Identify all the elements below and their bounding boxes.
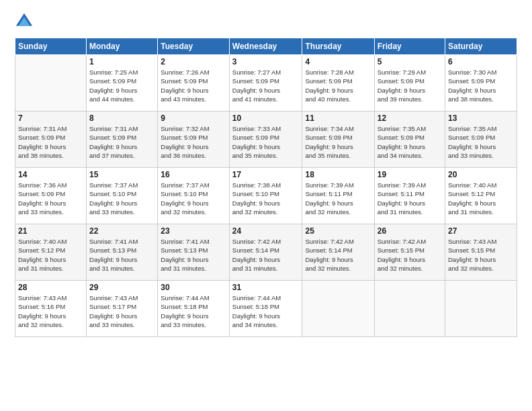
- calendar-cell: 21Sunrise: 7:40 AM Sunset: 5:12 PM Dayli…: [15, 224, 87, 281]
- day-detail: Sunrise: 7:39 AM Sunset: 5:11 PM Dayligh…: [378, 181, 442, 216]
- calendar-cell: 11Sunrise: 7:34 AM Sunset: 5:09 PM Dayli…: [302, 111, 374, 168]
- calendar-cell: 28Sunrise: 7:43 AM Sunset: 5:16 PM Dayli…: [15, 281, 87, 337]
- calendar-week-row: 21Sunrise: 7:40 AM Sunset: 5:12 PM Dayli…: [15, 224, 517, 281]
- day-number: 29: [89, 283, 154, 292]
- day-number: 28: [18, 283, 83, 292]
- day-number: 13: [448, 113, 514, 123]
- day-detail: Sunrise: 7:29 AM Sunset: 5:09 PM Dayligh…: [378, 68, 442, 103]
- calendar-cell: [445, 281, 517, 337]
- calendar-cell: [15, 55, 87, 111]
- day-number: 1: [89, 57, 154, 66]
- calendar-cell: 10Sunrise: 7:33 AM Sunset: 5:09 PM Dayli…: [229, 111, 302, 168]
- day-number: 16: [161, 170, 226, 179]
- day-detail: Sunrise: 7:42 AM Sunset: 5:15 PM Dayligh…: [378, 237, 442, 273]
- day-detail: Sunrise: 7:37 AM Sunset: 5:10 PM Dayligh…: [89, 181, 154, 216]
- day-detail: Sunrise: 7:43 AM Sunset: 5:16 PM Dayligh…: [18, 293, 83, 329]
- day-number: 2: [161, 57, 226, 66]
- calendar-cell: 17Sunrise: 7:38 AM Sunset: 5:10 PM Dayli…: [229, 168, 302, 224]
- weekday-header-row: SundayMondayTuesdayWednesdayThursdayFrid…: [15, 38, 517, 55]
- day-detail: Sunrise: 7:28 AM Sunset: 5:09 PM Dayligh…: [305, 68, 371, 103]
- day-number: 19: [378, 170, 442, 179]
- day-detail: Sunrise: 7:34 AM Sunset: 5:09 PM Dayligh…: [305, 124, 371, 160]
- day-number: 7: [18, 113, 83, 123]
- day-number: 4: [305, 57, 371, 66]
- calendar-week-row: 14Sunrise: 7:36 AM Sunset: 5:09 PM Dayli…: [15, 168, 517, 224]
- calendar-cell: 25Sunrise: 7:42 AM Sunset: 5:14 PM Dayli…: [302, 224, 374, 281]
- calendar-cell: [374, 281, 445, 337]
- calendar-cell: 14Sunrise: 7:36 AM Sunset: 5:09 PM Dayli…: [15, 168, 87, 224]
- day-detail: Sunrise: 7:31 AM Sunset: 5:09 PM Dayligh…: [89, 124, 154, 160]
- day-number: 26: [378, 226, 442, 236]
- weekday-header-monday: Monday: [87, 38, 158, 55]
- page: SundayMondayTuesdayWednesdayThursdayFrid…: [0, 0, 532, 411]
- calendar-cell: 6Sunrise: 7:30 AM Sunset: 5:09 PM Daylig…: [445, 55, 517, 111]
- calendar-cell: 4Sunrise: 7:28 AM Sunset: 5:09 PM Daylig…: [302, 55, 374, 111]
- calendar-cell: 19Sunrise: 7:39 AM Sunset: 5:11 PM Dayli…: [374, 168, 445, 224]
- day-detail: Sunrise: 7:27 AM Sunset: 5:09 PM Dayligh…: [232, 68, 300, 103]
- calendar-week-row: 1Sunrise: 7:25 AM Sunset: 5:09 PM Daylig…: [15, 55, 517, 111]
- calendar-cell: [302, 281, 374, 337]
- calendar-cell: 12Sunrise: 7:35 AM Sunset: 5:09 PM Dayli…: [374, 111, 445, 168]
- day-detail: Sunrise: 7:39 AM Sunset: 5:11 PM Dayligh…: [305, 181, 371, 216]
- calendar-cell: 29Sunrise: 7:43 AM Sunset: 5:17 PM Dayli…: [87, 281, 158, 337]
- calendar-cell: 31Sunrise: 7:44 AM Sunset: 5:18 PM Dayli…: [229, 281, 302, 337]
- calendar-cell: 1Sunrise: 7:25 AM Sunset: 5:09 PM Daylig…: [87, 55, 158, 111]
- day-detail: Sunrise: 7:41 AM Sunset: 5:13 PM Dayligh…: [89, 237, 154, 273]
- day-detail: Sunrise: 7:37 AM Sunset: 5:10 PM Dayligh…: [161, 181, 226, 216]
- calendar-cell: 22Sunrise: 7:41 AM Sunset: 5:13 PM Dayli…: [87, 224, 158, 281]
- calendar-cell: 16Sunrise: 7:37 AM Sunset: 5:10 PM Dayli…: [158, 168, 230, 224]
- day-detail: Sunrise: 7:41 AM Sunset: 5:13 PM Dayligh…: [161, 237, 226, 273]
- day-number: 10: [232, 113, 300, 123]
- weekday-header-sunday: Sunday: [15, 38, 87, 55]
- weekday-header-wednesday: Wednesday: [229, 38, 302, 55]
- calendar-cell: 26Sunrise: 7:42 AM Sunset: 5:15 PM Dayli…: [374, 224, 445, 281]
- calendar-cell: 20Sunrise: 7:40 AM Sunset: 5:12 PM Dayli…: [445, 168, 517, 224]
- calendar-cell: 3Sunrise: 7:27 AM Sunset: 5:09 PM Daylig…: [229, 55, 302, 111]
- day-detail: Sunrise: 7:40 AM Sunset: 5:12 PM Dayligh…: [448, 181, 514, 216]
- day-number: 27: [448, 226, 514, 236]
- day-detail: Sunrise: 7:44 AM Sunset: 5:18 PM Dayligh…: [161, 293, 226, 329]
- day-detail: Sunrise: 7:30 AM Sunset: 5:09 PM Dayligh…: [448, 68, 514, 103]
- calendar-table: SundayMondayTuesdayWednesdayThursdayFrid…: [15, 38, 517, 337]
- calendar-cell: 27Sunrise: 7:43 AM Sunset: 5:15 PM Dayli…: [445, 224, 517, 281]
- day-number: 8: [89, 113, 154, 123]
- day-detail: Sunrise: 7:38 AM Sunset: 5:10 PM Dayligh…: [232, 181, 300, 216]
- day-detail: Sunrise: 7:43 AM Sunset: 5:15 PM Dayligh…: [448, 237, 514, 273]
- day-detail: Sunrise: 7:33 AM Sunset: 5:09 PM Dayligh…: [232, 124, 300, 160]
- calendar-cell: 9Sunrise: 7:32 AM Sunset: 5:09 PM Daylig…: [158, 111, 230, 168]
- day-number: 6: [448, 57, 514, 66]
- day-number: 22: [89, 226, 154, 236]
- day-number: 20: [448, 170, 514, 179]
- day-number: 25: [305, 226, 371, 236]
- day-number: 31: [232, 283, 300, 292]
- day-detail: Sunrise: 7:43 AM Sunset: 5:17 PM Dayligh…: [89, 293, 154, 329]
- calendar-cell: 15Sunrise: 7:37 AM Sunset: 5:10 PM Dayli…: [87, 168, 158, 224]
- day-detail: Sunrise: 7:36 AM Sunset: 5:09 PM Dayligh…: [18, 181, 83, 216]
- calendar-cell: 23Sunrise: 7:41 AM Sunset: 5:13 PM Dayli…: [158, 224, 230, 281]
- logo-icon: [15, 12, 34, 31]
- day-number: 30: [161, 283, 226, 292]
- day-number: 17: [232, 170, 300, 179]
- day-number: 3: [232, 57, 300, 66]
- calendar-cell: 5Sunrise: 7:29 AM Sunset: 5:09 PM Daylig…: [374, 55, 445, 111]
- weekday-header-thursday: Thursday: [302, 38, 374, 55]
- calendar-cell: 24Sunrise: 7:42 AM Sunset: 5:14 PM Dayli…: [229, 224, 302, 281]
- day-number: 9: [161, 113, 226, 123]
- day-number: 11: [305, 113, 371, 123]
- calendar-cell: 30Sunrise: 7:44 AM Sunset: 5:18 PM Dayli…: [158, 281, 230, 337]
- day-number: 23: [161, 226, 226, 236]
- day-detail: Sunrise: 7:25 AM Sunset: 5:09 PM Dayligh…: [89, 68, 154, 103]
- calendar-week-row: 7Sunrise: 7:31 AM Sunset: 5:09 PM Daylig…: [15, 111, 517, 168]
- day-number: 12: [378, 113, 442, 123]
- day-detail: Sunrise: 7:44 AM Sunset: 5:18 PM Dayligh…: [232, 293, 300, 329]
- weekday-header-tuesday: Tuesday: [158, 38, 230, 55]
- day-detail: Sunrise: 7:42 AM Sunset: 5:14 PM Dayligh…: [232, 237, 300, 273]
- calendar-cell: 18Sunrise: 7:39 AM Sunset: 5:11 PM Dayli…: [302, 168, 374, 224]
- day-detail: Sunrise: 7:42 AM Sunset: 5:14 PM Dayligh…: [305, 237, 371, 273]
- calendar-cell: 2Sunrise: 7:26 AM Sunset: 5:09 PM Daylig…: [158, 55, 230, 111]
- calendar-cell: 7Sunrise: 7:31 AM Sunset: 5:09 PM Daylig…: [15, 111, 87, 168]
- day-number: 5: [378, 57, 442, 66]
- day-detail: Sunrise: 7:26 AM Sunset: 5:09 PM Dayligh…: [161, 68, 226, 103]
- day-detail: Sunrise: 7:35 AM Sunset: 5:09 PM Dayligh…: [378, 124, 442, 160]
- day-detail: Sunrise: 7:31 AM Sunset: 5:09 PM Dayligh…: [18, 124, 83, 160]
